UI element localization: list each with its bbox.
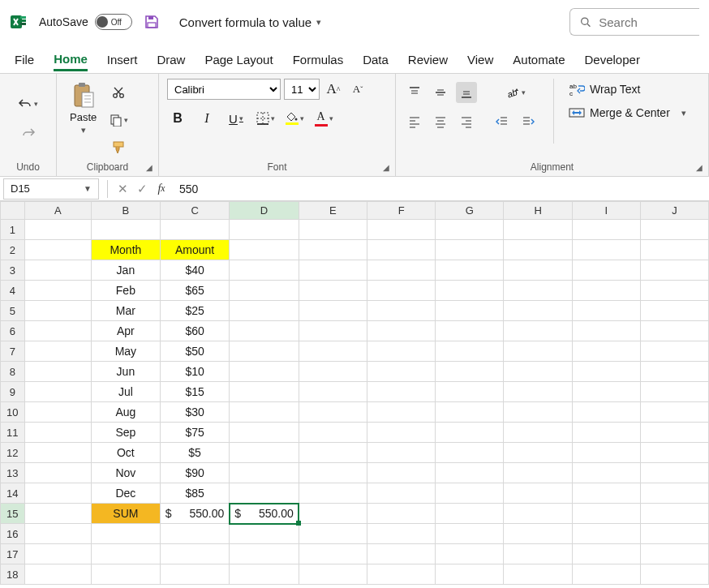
- increase-indent-button[interactable]: [518, 111, 539, 132]
- cell-J2[interactable]: [640, 240, 708, 260]
- cell-G14[interactable]: [436, 483, 504, 504]
- cell-I6[interactable]: [572, 321, 640, 341]
- decrease-font-button[interactable]: Aˇ: [347, 79, 368, 100]
- cell-F7[interactable]: [367, 341, 436, 362]
- cell-I9[interactable]: [572, 382, 640, 402]
- align-bottom-button[interactable]: [456, 82, 477, 103]
- search-box[interactable]: [569, 8, 699, 36]
- cell-A4[interactable]: [24, 281, 91, 301]
- cell-A5[interactable]: [24, 301, 91, 321]
- row-header-13[interactable]: 13: [1, 463, 25, 483]
- cell-H16[interactable]: [504, 524, 572, 544]
- cell-E17[interactable]: [299, 544, 367, 564]
- cell-H9[interactable]: [504, 382, 572, 402]
- cell-C3[interactable]: $40: [160, 260, 229, 281]
- cell-F6[interactable]: [367, 321, 436, 341]
- cell-I12[interactable]: [572, 443, 640, 463]
- cell-C15[interactable]: $550.00: [160, 504, 229, 524]
- row-header-1[interactable]: 1: [1, 220, 25, 240]
- row-header-10[interactable]: 10: [1, 402, 25, 423]
- tab-formulas[interactable]: Formulas: [293, 53, 344, 71]
- row-header-9[interactable]: 9: [1, 382, 25, 402]
- cell-H8[interactable]: [504, 362, 572, 382]
- borders-button[interactable]: [255, 108, 276, 129]
- cell-H7[interactable]: [504, 341, 572, 362]
- cell-B3[interactable]: Jan: [91, 260, 160, 281]
- row-header-17[interactable]: 17: [1, 544, 25, 564]
- cell-D15[interactable]: $550.00: [230, 504, 299, 524]
- col-header-D[interactable]: D: [230, 202, 299, 220]
- cell-C8[interactable]: $10: [160, 362, 229, 382]
- cell-A1[interactable]: [24, 220, 91, 240]
- row-header-5[interactable]: 5: [1, 301, 25, 321]
- underline-button[interactable]: U: [226, 108, 247, 129]
- row-header-4[interactable]: 4: [1, 281, 25, 301]
- cell-D6[interactable]: [230, 321, 299, 341]
- cell-J5[interactable]: [640, 301, 708, 321]
- spreadsheet-grid[interactable]: A B C D E F G H I J 12MonthAmount3Jan$40…: [0, 201, 709, 585]
- cell-A12[interactable]: [24, 443, 91, 463]
- cell-D16[interactable]: [230, 524, 299, 544]
- tab-draw[interactable]: Draw: [157, 53, 185, 71]
- cell-C13[interactable]: $90: [160, 463, 229, 483]
- cell-I16[interactable]: [572, 524, 640, 544]
- chevron-down-icon[interactable]: ▼: [84, 184, 92, 193]
- cell-I8[interactable]: [572, 362, 640, 382]
- cell-E14[interactable]: [299, 483, 367, 504]
- cell-B17[interactable]: [91, 544, 160, 564]
- row-header-12[interactable]: 12: [1, 443, 25, 463]
- cell-I18[interactable]: [572, 564, 640, 585]
- cell-E16[interactable]: [299, 524, 367, 544]
- cell-J13[interactable]: [640, 463, 708, 483]
- cell-E2[interactable]: [299, 240, 367, 260]
- cell-G5[interactable]: [436, 301, 504, 321]
- cell-I1[interactable]: [572, 220, 640, 240]
- cell-A18[interactable]: [24, 564, 91, 585]
- cell-H3[interactable]: [504, 260, 572, 281]
- alignment-launcher[interactable]: ◢: [694, 161, 705, 173]
- cell-E4[interactable]: [299, 281, 367, 301]
- cell-D14[interactable]: [230, 483, 299, 504]
- cell-B10[interactable]: Aug: [91, 402, 160, 423]
- cell-A7[interactable]: [24, 341, 91, 362]
- fill-color-button[interactable]: [284, 108, 305, 129]
- cell-G13[interactable]: [436, 463, 504, 483]
- cell-F9[interactable]: [367, 382, 436, 402]
- clipboard-launcher[interactable]: ◢: [144, 161, 155, 173]
- cell-B4[interactable]: Feb: [91, 281, 160, 301]
- cell-A6[interactable]: [24, 321, 91, 341]
- cell-H13[interactable]: [504, 463, 572, 483]
- wrap-text-button[interactable]: abc Wrap Text: [569, 82, 641, 97]
- cell-G9[interactable]: [436, 382, 504, 402]
- cell-J14[interactable]: [640, 483, 708, 504]
- cell-G18[interactable]: [436, 564, 504, 585]
- cell-B9[interactable]: Jul: [91, 382, 160, 402]
- cell-A16[interactable]: [24, 524, 91, 544]
- cell-A11[interactable]: [24, 423, 91, 443]
- formula-bar-input[interactable]: 550: [171, 182, 709, 195]
- cell-E12[interactable]: [299, 443, 367, 463]
- cell-H6[interactable]: [504, 321, 572, 341]
- cell-I2[interactable]: [572, 240, 640, 260]
- cell-B6[interactable]: Apr: [91, 321, 160, 341]
- cell-D11[interactable]: [230, 423, 299, 443]
- cell-E18[interactable]: [299, 564, 367, 585]
- cell-C7[interactable]: $50: [160, 341, 229, 362]
- cell-G4[interactable]: [436, 281, 504, 301]
- cell-I7[interactable]: [572, 341, 640, 362]
- cell-E1[interactable]: [299, 220, 367, 240]
- cell-C6[interactable]: $60: [160, 321, 229, 341]
- cell-G1[interactable]: [436, 220, 504, 240]
- cell-A13[interactable]: [24, 463, 91, 483]
- cell-E5[interactable]: [299, 301, 367, 321]
- cell-A15[interactable]: [24, 504, 91, 524]
- cell-H14[interactable]: [504, 483, 572, 504]
- cell-G15[interactable]: [436, 504, 504, 524]
- select-all-corner[interactable]: [1, 202, 25, 220]
- cell-C14[interactable]: $85: [160, 483, 229, 504]
- cell-B7[interactable]: May: [91, 341, 160, 362]
- cell-E9[interactable]: [299, 382, 367, 402]
- cell-J9[interactable]: [640, 382, 708, 402]
- cell-H17[interactable]: [504, 544, 572, 564]
- cell-H2[interactable]: [504, 240, 572, 260]
